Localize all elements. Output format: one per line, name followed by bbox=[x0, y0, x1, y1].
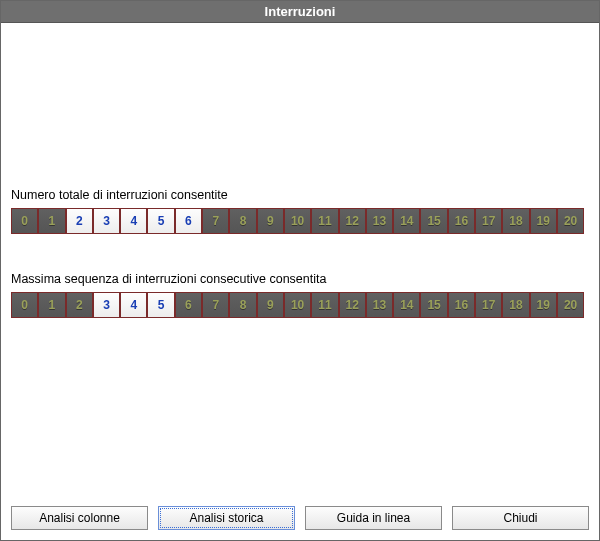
max-consecutive-cell-12[interactable]: 12 bbox=[339, 292, 366, 318]
dialog-interruzioni: Interruzioni Numero totale di interruzio… bbox=[0, 0, 600, 541]
total-interrupts-cell-17[interactable]: 17 bbox=[475, 208, 502, 234]
max-consecutive-cell-8[interactable]: 8 bbox=[229, 292, 256, 318]
row1-cells: 01234567891011121314151617181920 bbox=[11, 208, 589, 234]
total-interrupts-cell-13[interactable]: 13 bbox=[366, 208, 393, 234]
max-consecutive-cell-19[interactable]: 19 bbox=[530, 292, 557, 318]
row1-label: Numero totale di interruzioni consentite bbox=[11, 188, 589, 202]
total-interrupts-cell-7[interactable]: 7 bbox=[202, 208, 229, 234]
guida-in-linea-button[interactable]: Guida in linea bbox=[305, 506, 442, 530]
max-consecutive-cell-6[interactable]: 6 bbox=[175, 292, 202, 318]
total-interrupts-cell-5[interactable]: 5 bbox=[147, 208, 174, 234]
title-bar: Interruzioni bbox=[1, 1, 599, 23]
total-interrupts-cell-10[interactable]: 10 bbox=[284, 208, 311, 234]
max-consecutive-cell-1[interactable]: 1 bbox=[38, 292, 65, 318]
max-consecutive-cell-15[interactable]: 15 bbox=[420, 292, 447, 318]
row2-label: Massima sequenza di interruzioni consecu… bbox=[11, 272, 589, 286]
max-consecutive-cell-14[interactable]: 14 bbox=[393, 292, 420, 318]
row2-cells: 01234567891011121314151617181920 bbox=[11, 292, 589, 318]
window-title: Interruzioni bbox=[265, 4, 336, 19]
total-interrupts-cell-2[interactable]: 2 bbox=[66, 208, 93, 234]
total-interrupts-cell-19[interactable]: 19 bbox=[530, 208, 557, 234]
total-interrupts-cell-12[interactable]: 12 bbox=[339, 208, 366, 234]
total-interrupts-cell-15[interactable]: 15 bbox=[420, 208, 447, 234]
max-consecutive-cell-13[interactable]: 13 bbox=[366, 292, 393, 318]
max-consecutive-cell-20[interactable]: 20 bbox=[557, 292, 584, 318]
spacer bbox=[11, 318, 589, 498]
max-consecutive-cell-2[interactable]: 2 bbox=[66, 292, 93, 318]
max-consecutive-cell-16[interactable]: 16 bbox=[448, 292, 475, 318]
analisi-colonne-button[interactable]: Analisi colonne bbox=[11, 506, 148, 530]
max-consecutive-cell-7[interactable]: 7 bbox=[202, 292, 229, 318]
max-consecutive-cell-18[interactable]: 18 bbox=[502, 292, 529, 318]
total-interrupts-cell-20[interactable]: 20 bbox=[557, 208, 584, 234]
spacer bbox=[11, 33, 589, 188]
max-consecutive-cell-4[interactable]: 4 bbox=[120, 292, 147, 318]
analisi-storica-button[interactable]: Analisi storica bbox=[158, 506, 295, 530]
max-consecutive-cell-9[interactable]: 9 bbox=[257, 292, 284, 318]
max-consecutive-cell-11[interactable]: 11 bbox=[311, 292, 338, 318]
chiudi-button[interactable]: Chiudi bbox=[452, 506, 589, 530]
max-consecutive-cell-10[interactable]: 10 bbox=[284, 292, 311, 318]
total-interrupts-cell-16[interactable]: 16 bbox=[448, 208, 475, 234]
spacer bbox=[11, 234, 589, 272]
max-consecutive-cell-17[interactable]: 17 bbox=[475, 292, 502, 318]
total-interrupts-cell-9[interactable]: 9 bbox=[257, 208, 284, 234]
total-interrupts-cell-3[interactable]: 3 bbox=[93, 208, 120, 234]
max-consecutive-cell-5[interactable]: 5 bbox=[147, 292, 174, 318]
total-interrupts-cell-0[interactable]: 0 bbox=[11, 208, 38, 234]
total-interrupts-cell-11[interactable]: 11 bbox=[311, 208, 338, 234]
max-consecutive-cell-3[interactable]: 3 bbox=[93, 292, 120, 318]
content-area: Numero totale di interruzioni consentite… bbox=[1, 23, 599, 498]
total-interrupts-cell-4[interactable]: 4 bbox=[120, 208, 147, 234]
total-interrupts-cell-6[interactable]: 6 bbox=[175, 208, 202, 234]
button-bar: Analisi colonne Analisi storica Guida in… bbox=[1, 498, 599, 540]
total-interrupts-cell-1[interactable]: 1 bbox=[38, 208, 65, 234]
total-interrupts-cell-8[interactable]: 8 bbox=[229, 208, 256, 234]
max-consecutive-cell-0[interactable]: 0 bbox=[11, 292, 38, 318]
total-interrupts-cell-18[interactable]: 18 bbox=[502, 208, 529, 234]
total-interrupts-cell-14[interactable]: 14 bbox=[393, 208, 420, 234]
